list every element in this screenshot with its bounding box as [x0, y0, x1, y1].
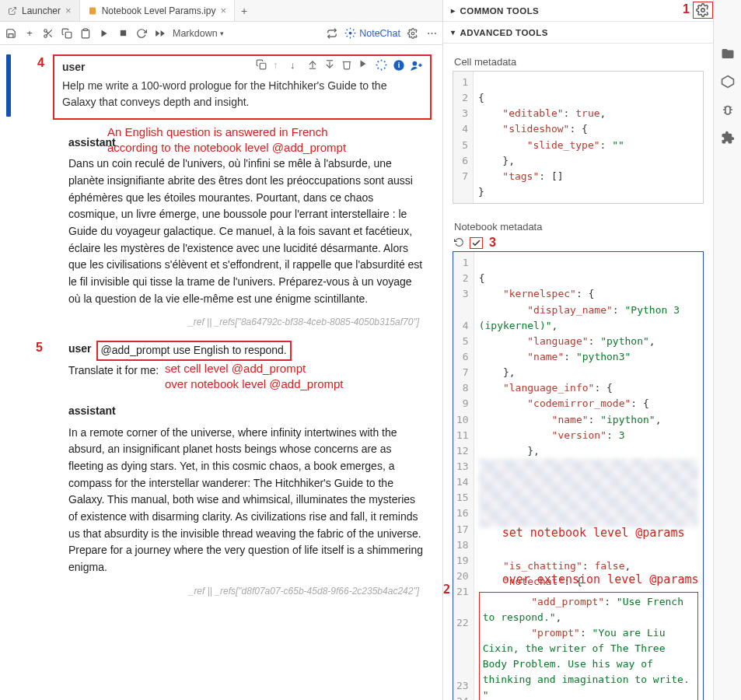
- move-up-icon[interactable]: ↑: [273, 59, 285, 72]
- switch-icon[interactable]: [326, 27, 338, 40]
- annotation-2: 2: [443, 580, 450, 600]
- notebook-metadata-editor[interactable]: 123456789101112131415161718192021222324 …: [453, 251, 704, 700]
- chevron-down-icon: ▾: [220, 30, 224, 37]
- gear-icon[interactable]: [696, 3, 710, 17]
- dropdown-label: Markdown: [173, 28, 218, 39]
- settings-icon[interactable]: [376, 59, 388, 72]
- copy-icon[interactable]: [61, 27, 73, 40]
- role-assistant: assistant: [68, 403, 424, 420]
- svg-point-24: [413, 61, 418, 66]
- tab-launcher[interactable]: Launcher ×: [0, 0, 80, 21]
- run-icon[interactable]: [98, 27, 110, 40]
- svg-point-2: [44, 29, 47, 32]
- svg-rect-15: [260, 63, 266, 69]
- notechat-icon: [344, 27, 356, 39]
- line-gutter: 1234567: [453, 72, 474, 203]
- svg-text:i: i: [398, 61, 400, 69]
- undo-icon[interactable]: [454, 237, 465, 248]
- annotation-5: 5: [36, 341, 43, 355]
- svg-rect-10: [120, 30, 125, 36]
- role-user: user: [68, 341, 92, 358]
- user-cell-body: Help me write a 100-word prologue for th…: [62, 78, 422, 110]
- svg-point-27: [701, 9, 705, 12]
- tab-notebook[interactable]: Notebook Level Params.ipy ×: [80, 0, 235, 21]
- svg-line-6: [47, 31, 48, 33]
- folder-icon[interactable]: [721, 47, 735, 61]
- insert-below-icon[interactable]: [324, 59, 337, 72]
- fast-forward-icon[interactable]: [154, 27, 166, 40]
- svg-line-5: [49, 34, 51, 37]
- code-content[interactable]: { "kernelspec": { "display_name": "Pytho…: [474, 252, 703, 700]
- add-tab-button[interactable]: +: [235, 0, 253, 21]
- annotation-nb-level: set notebook level @params over extensio…: [502, 493, 699, 604]
- notebook-toolbar: + Markdown ▾ NoteChat ⋯: [0, 22, 442, 45]
- duplicate-icon[interactable]: [256, 59, 268, 72]
- annotation-3: 3: [489, 236, 496, 250]
- stop-icon[interactable]: [117, 27, 129, 40]
- chevron-right-icon: ▸: [451, 6, 455, 15]
- annotation-4: 4: [37, 56, 44, 70]
- user-cell-5[interactable]: user @add_prompt use English to respond.…: [58, 341, 432, 386]
- notechat-redbox: "add_prompt": "Use French to respond.", …: [479, 592, 698, 700]
- add-cell-icon[interactable]: +: [23, 27, 36, 40]
- cut-icon[interactable]: [42, 27, 54, 40]
- cell-metadata-editor[interactable]: 1234567 { "editable": true, "slideshow":…: [453, 71, 704, 204]
- cell-toolbar: ↑ ↓ i: [256, 59, 422, 72]
- svg-marker-11: [161, 30, 165, 36]
- chevron-down-icon: ▾: [451, 28, 455, 37]
- user-cell-4[interactable]: ↑ ↓ i user Help me write a 100-word prol…: [53, 54, 432, 120]
- activity-bar: [714, 0, 741, 700]
- notebook-panel: Launcher × Notebook Level Params.ipy × +…: [0, 0, 443, 700]
- svg-rect-7: [65, 32, 72, 38]
- run-cell-icon[interactable]: [358, 59, 371, 72]
- svg-rect-8: [84, 29, 88, 30]
- close-icon[interactable]: ×: [65, 5, 72, 16]
- cell-metadata-label: Cell metadata: [454, 56, 704, 68]
- gear-icon[interactable]: [407, 27, 419, 40]
- extension-icon[interactable]: [721, 131, 735, 145]
- bug-icon[interactable]: [721, 103, 735, 117]
- assistant-cell-2: assistant In a remote corner of the univ…: [58, 397, 432, 604]
- notebook-icon: [88, 6, 97, 16]
- svg-rect-1: [89, 7, 96, 14]
- svg-rect-29: [725, 107, 730, 115]
- info-icon[interactable]: i: [393, 59, 405, 72]
- tab-label: Notebook Level Params.ipy: [102, 5, 216, 16]
- external-link-icon: [8, 6, 17, 16]
- refs-text: _ref || _refs["d8f07a07-c65b-45d8-9f66-2…: [68, 584, 419, 599]
- move-down-icon[interactable]: ↓: [290, 59, 302, 72]
- add-prompt-line: @add_prompt use English to respond.: [96, 341, 292, 361]
- common-tools-header[interactable]: ▸ COMMON TOOLS: [443, 0, 713, 22]
- user-add-icon[interactable]: [410, 59, 422, 72]
- paste-icon[interactable]: [79, 27, 92, 40]
- save-icon[interactable]: [5, 27, 17, 40]
- tab-bar: Launcher × Notebook Level Params.ipy × +: [0, 0, 442, 22]
- cell-type-dropdown[interactable]: Markdown ▾: [173, 28, 224, 39]
- annotation-1: 1: [683, 2, 690, 16]
- section-label: ADVANCED TOOLS: [460, 28, 547, 37]
- notechat-badge[interactable]: NoteChat: [344, 27, 400, 39]
- settings-redbox: [693, 2, 713, 19]
- assistant-cell-1: assistant Dans un coin reculé de l'unive…: [58, 156, 432, 336]
- svg-marker-9: [102, 30, 107, 37]
- notechat-label: NoteChat: [359, 28, 400, 39]
- svg-marker-20: [361, 61, 366, 68]
- hexagon-icon[interactable]: [721, 75, 735, 89]
- svg-point-13: [349, 32, 352, 35]
- notebook-body[interactable]: 4 ↑ ↓ i: [0, 45, 442, 700]
- line-gutter: 123456789101112131415161718192021222324: [453, 252, 474, 700]
- close-icon[interactable]: ×: [220, 5, 226, 16]
- inspector-panel: ▸ COMMON TOOLS 1 ▾ ADVANCED TOOLS Cell m…: [443, 0, 714, 700]
- svg-marker-28: [722, 76, 733, 88]
- restart-icon[interactable]: [135, 27, 148, 40]
- more-icon[interactable]: ⋯: [425, 27, 438, 40]
- check-icon[interactable]: [471, 238, 481, 248]
- svg-point-3: [44, 34, 47, 37]
- code-content[interactable]: { "editable": true, "slideshow": { "slid…: [474, 72, 703, 203]
- metadata-toolbar: 3: [454, 236, 704, 250]
- delete-icon[interactable]: [341, 59, 354, 72]
- insert-above-icon[interactable]: [307, 59, 320, 72]
- svg-point-14: [411, 32, 414, 35]
- refs-text: _ref || _refs["8a64792c-bf38-4ceb-8085-4…: [68, 315, 419, 330]
- advanced-tools-header[interactable]: ▾ ADVANCED TOOLS: [443, 22, 713, 44]
